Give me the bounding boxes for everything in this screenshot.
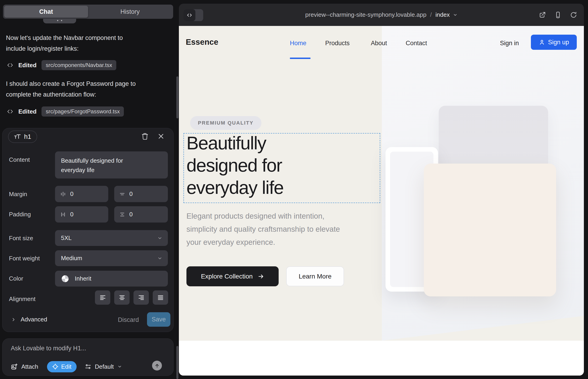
code-view-toggle[interactable] [184,9,203,21]
hero-badge: PREMIUM QUALITY [190,116,262,130]
edit-mode-button[interactable]: Edit [47,361,77,372]
attach-image-icon [11,363,18,370]
padding-label: Padding [9,211,31,218]
nav-home-underline [290,58,310,59]
element-editor-panel: h1 Content Beautifully designed for ever… [2,128,174,332]
file-chip[interactable]: src/pages/ForgotPassword.tsx [42,107,124,117]
content-value: Beautifully designed for everyday life [61,156,139,175]
attach-button[interactable]: Attach [11,363,38,370]
padding-y-input[interactable]: 0 [114,206,168,222]
ellipsis-dot [61,20,62,21]
font-size-value: 5XL [61,235,72,242]
assistant-message: I should also create a Forgot Password p… [6,79,144,100]
arrow-right-icon [258,273,264,280]
edited-file-row: Edited src/pages/ForgotPassword.tsx [7,107,124,117]
edited-label: Edited [18,62,36,69]
preview-browser: preview--charming-site-symphony.lovable.… [179,4,584,376]
padding-y-value: 0 [129,211,133,218]
url-host: preview--charming-site-symphony.lovable.… [305,11,426,18]
edit-label: Edit [61,363,72,370]
site-logo[interactable]: Essence [186,37,218,47]
open-external-button[interactable] [539,11,546,19]
align-left-icon [99,294,106,301]
next-section-background [179,341,584,376]
hero-heading-line: everyday life [186,176,283,199]
url-page: index [435,11,450,18]
advanced-label: Advanced [21,316,47,323]
send-button[interactable] [152,361,162,371]
padding-x-input[interactable]: 0 [55,206,108,222]
font-size-label: Font size [9,235,33,242]
tab-chat-label: Chat [39,8,53,15]
browser-chrome: preview--charming-site-symphony.lovable.… [179,4,584,26]
padding-x-value: 0 [70,211,73,218]
nav-products[interactable]: Products [325,40,350,47]
sign-up-button[interactable]: Sign up [531,35,577,50]
chat-sidebar: Chat History Now let's update the Navbar… [0,0,178,379]
hero-card-cream [424,164,556,296]
app-window: Chat History Now let's update the Navbar… [0,0,588,379]
code-icon [7,108,13,115]
tab-chat[interactable]: Chat [4,6,88,18]
assistant-message: Now let's update the Navbar component to… [6,32,144,54]
sidebar-scrollbar[interactable] [176,346,178,379]
refresh-button[interactable] [570,11,577,19]
advanced-toggle[interactable]: Advanced [11,316,47,323]
close-panel-button[interactable] [156,131,166,142]
nav-contact[interactable]: Contact [406,40,427,47]
tab-history[interactable]: History [88,6,172,18]
discard-button[interactable]: Discard [118,316,139,323]
delete-element-button[interactable] [140,131,150,142]
sidebar-scrollbar[interactable] [176,76,178,118]
selected-element-badge[interactable]: h1 [8,130,37,143]
code-icon [7,62,13,68]
mobile-preview-button[interactable] [554,11,562,19]
send-arrow-icon [154,363,160,368]
hero-heading-line: designed for [186,154,283,176]
align-center-button[interactable] [114,290,130,305]
learn-more-button[interactable]: Learn More [286,266,344,286]
align-justify-icon [157,294,164,301]
align-right-icon [138,294,145,301]
preview-viewport: Essence Home Products About Contact Sign… [179,26,584,376]
chevron-down-icon [117,364,122,369]
scrolled-chip-partial [43,19,76,23]
color-label: Color [9,275,23,282]
content-label: Content [9,156,30,163]
sidebar-tabs: Chat History [3,5,173,19]
margin-y-icon [119,191,125,197]
url-bar[interactable]: preview--charming-site-symphony.lovable.… [179,4,584,26]
margin-label: Margin [9,191,27,198]
font-weight-value: Medium [61,255,82,262]
margin-y-input[interactable]: 0 [114,186,168,202]
edit-target-icon [52,363,59,370]
color-select[interactable]: Inherit [55,271,168,286]
save-button[interactable]: Save [147,312,170,327]
learn-more-label: Learn More [299,273,331,280]
margin-x-value: 0 [70,190,73,198]
chevron-right-icon [11,317,16,322]
explore-collection-label: Explore Collection [201,273,253,280]
margin-x-input[interactable]: 0 [55,186,108,202]
align-justify-button[interactable] [153,290,168,305]
element-tag-label: h1 [24,133,31,141]
hero-paragraph: Elegant products designed with intention… [186,209,347,249]
mode-label: Default [95,363,114,370]
model-mode-selector[interactable]: Default [85,363,122,370]
align-right-button[interactable] [134,290,149,305]
file-chip[interactable]: src/components/Navbar.tsx [42,60,116,70]
nav-home[interactable]: Home [290,40,306,47]
nav-about[interactable]: About [371,40,387,47]
text-type-icon [14,133,21,140]
align-left-button[interactable] [95,290,110,305]
explore-collection-button[interactable]: Explore Collection [186,266,279,286]
font-size-select[interactable]: 5XL [55,230,168,246]
padding-y-icon [119,211,125,218]
edited-file-row: Edited src/components/Navbar.tsx [7,60,116,70]
hero-heading[interactable]: Beautifully designed for everyday life [186,132,283,199]
content-input[interactable]: Beautifully designed for everyday life [55,151,168,178]
attach-label: Attach [21,363,38,370]
font-weight-select[interactable]: Medium [55,250,168,266]
composer-input[interactable]: Ask Lovable to modify H1... [11,345,86,352]
sign-in-link[interactable]: Sign in [500,40,519,47]
